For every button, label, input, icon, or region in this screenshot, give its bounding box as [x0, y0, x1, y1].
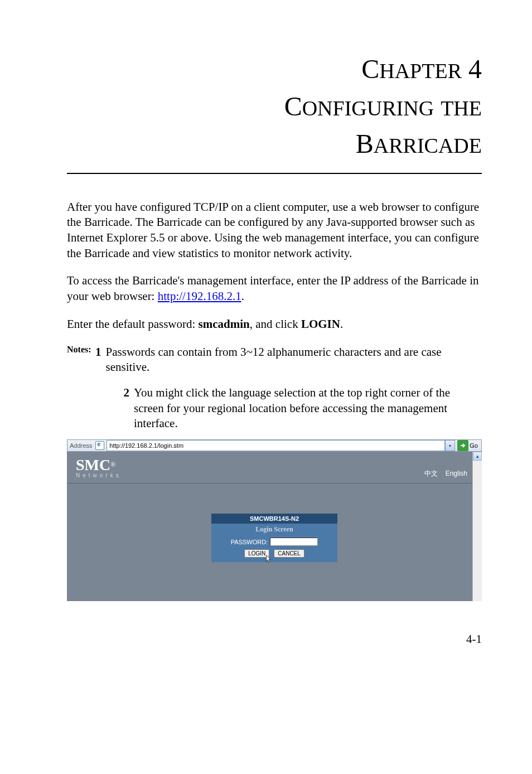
p3-mid: , and click	[250, 317, 301, 331]
scroll-up-icon[interactable]: ▴	[473, 452, 482, 461]
logo-reg: ®	[110, 461, 115, 468]
p3-post: .	[340, 317, 343, 331]
note-number-1: 1	[94, 345, 101, 375]
go-label: Go	[470, 442, 478, 449]
chapter-hapter: HAPTER	[379, 59, 462, 83]
scrollbar[interactable]: ▴	[472, 452, 482, 601]
smc-logo: SMC® Networks	[76, 457, 122, 478]
address-input[interactable]: http://192.168.2.1/login.stm	[107, 440, 445, 451]
panel-model: SMCWBR14S-N2	[211, 514, 337, 524]
login-screenshot: Address http://192.168.2.1/login.stm ▾ G…	[67, 439, 482, 601]
arrow-right-icon	[460, 442, 466, 449]
title-w3b: ARRICADE	[374, 134, 482, 157]
p2-post: .	[241, 289, 244, 303]
note-text-1: Passwords can contain from 3~12 alphanum…	[106, 345, 482, 375]
note-number-2: 2	[122, 385, 129, 432]
page-number: 4-1	[67, 632, 482, 646]
notes-label: Notes:	[67, 345, 91, 383]
note-text-2: You might click the language selection a…	[134, 385, 482, 432]
heading-rule	[67, 173, 482, 174]
p3-pre: Enter the default password:	[67, 317, 199, 331]
password-label: PASSWORD:	[231, 539, 268, 545]
panel-subtitle: Login Screen	[211, 524, 337, 535]
browser-address-bar: Address http://192.168.2.1/login.stm ▾ G…	[67, 439, 482, 452]
paragraph-password: Enter the default password: smcadmin, an…	[67, 317, 482, 332]
password-input[interactable]: ●●●●●●●●	[270, 538, 318, 546]
title-w1a: C	[284, 91, 302, 121]
p2-pre: To access the Barricade's management int…	[67, 274, 479, 303]
logo-main: SMC	[76, 456, 110, 473]
title-w3a: B	[356, 129, 374, 158]
cancel-button[interactable]: CANCEL	[274, 549, 304, 558]
address-dropdown[interactable]: ▾	[445, 440, 455, 451]
title-w1b: ONFIGURING	[302, 96, 434, 120]
p3-login-bold: LOGIN	[301, 317, 340, 331]
lang-english[interactable]: English	[446, 470, 467, 477]
logo-sub: Networks	[76, 473, 122, 478]
language-links: 中文 English	[419, 469, 467, 478]
chapter-number: 4	[468, 54, 482, 84]
p3-password-bold: smcadmin	[199, 317, 250, 331]
paragraph-access: To access the Barricade's management int…	[67, 273, 482, 304]
login-panel: SMCWBR14S-N2 Login Screen PASSWORD: ●●●●…	[211, 514, 337, 562]
paragraph-intro: After you have configured TCP/IP on a cl…	[67, 200, 482, 262]
go-button[interactable]	[457, 440, 468, 451]
ip-link[interactable]: http://192.168.2.1	[158, 289, 241, 303]
chapter-c: C	[361, 54, 379, 84]
chapter-heading: CHAPTER 4 CONFIGURING THE BARRICADE	[67, 50, 482, 163]
lang-chinese[interactable]: 中文	[424, 470, 438, 477]
cursor-icon	[265, 555, 272, 564]
address-label: Address	[70, 442, 92, 449]
ie-icon	[95, 441, 104, 450]
title-w2: THE	[441, 96, 482, 120]
